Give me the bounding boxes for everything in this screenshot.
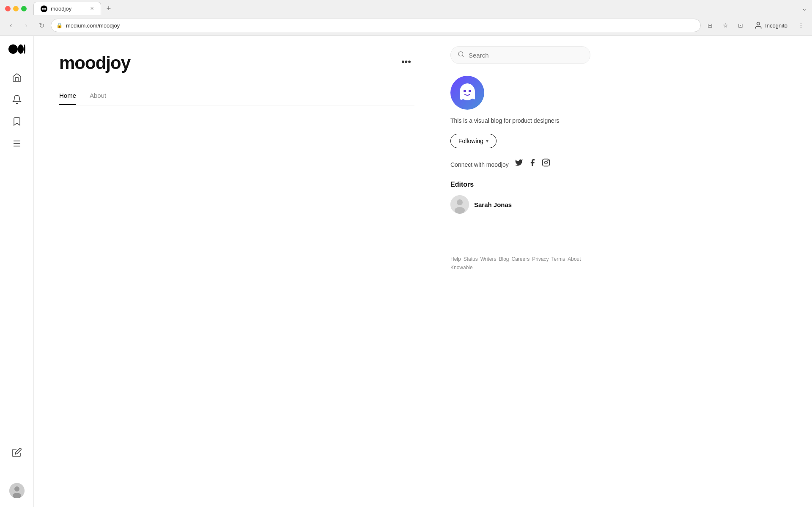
tab-home[interactable]: Home: [59, 87, 76, 105]
more-options-icon[interactable]: ⋮: [795, 19, 807, 31]
tab-list-button[interactable]: ⌄: [802, 5, 807, 12]
footer-blog[interactable]: Blog: [499, 256, 509, 262]
svg-point-17: [464, 90, 466, 92]
publication-avatar: [450, 76, 484, 110]
footer-status[interactable]: Status: [464, 256, 478, 262]
svg-point-11: [14, 486, 19, 491]
maximize-window-button[interactable]: [21, 6, 27, 11]
following-label: Following: [458, 138, 483, 144]
sidebar-item-notifications[interactable]: [7, 89, 27, 110]
profile-title: moodjoy: [59, 53, 130, 73]
svg-point-6: [24, 44, 25, 54]
footer-about[interactable]: About: [568, 256, 581, 262]
forward-button[interactable]: ›: [20, 19, 32, 31]
left-sidebar: [0, 36, 34, 507]
cast-icon[interactable]: ⊟: [704, 19, 716, 31]
incognito-button[interactable]: Incognito: [750, 19, 792, 31]
sidebar-item-home[interactable]: [7, 67, 27, 88]
connect-section: Connect with moodjoy: [450, 158, 590, 169]
page-layout: moodjoy ••• Home About: [0, 36, 812, 507]
svg-rect-19: [543, 159, 550, 166]
main-content: moodjoy ••• Home About: [34, 36, 440, 507]
tab-about[interactable]: About: [90, 87, 106, 105]
twitter-link[interactable]: [515, 158, 523, 169]
svg-point-5: [18, 44, 24, 54]
tab-search-icon[interactable]: ⊡: [735, 19, 746, 31]
svg-point-3: [757, 22, 760, 25]
footer-links: Help Status Writers Blog Careers Privacy…: [450, 256, 590, 271]
footer-privacy[interactable]: Privacy: [532, 256, 549, 262]
close-window-button[interactable]: [5, 6, 11, 11]
sidebar-footer: Help Status Writers Blog Careers Privacy…: [450, 239, 590, 271]
editors-title: Editors: [450, 181, 590, 188]
editor-avatar: [450, 195, 469, 214]
publication-description: This is a visual blog for product design…: [450, 116, 590, 125]
bookmark-star-icon[interactable]: ☆: [719, 19, 731, 31]
search-icon: [458, 51, 464, 59]
search-bar[interactable]: [450, 46, 590, 64]
editors-section: Editors Sarah Jonas: [450, 181, 590, 214]
facebook-link[interactable]: [528, 158, 537, 169]
sidebar-item-lists[interactable]: [7, 133, 27, 154]
svg-point-4: [8, 44, 18, 54]
svg-point-2: [44, 8, 46, 10]
svg-point-13: [458, 52, 463, 56]
tab-bar: moodjoy ✕ +: [33, 2, 798, 15]
url-bar-area: ‹ › ↻ 🔒 medium.com/moodjoy ⊟ ☆ ⊡ Incogni…: [0, 17, 812, 36]
medium-logo[interactable]: [8, 44, 25, 55]
footer-help[interactable]: Help: [450, 256, 461, 262]
profile-tabs: Home About: [59, 87, 414, 105]
tab-favicon: [41, 6, 47, 12]
svg-point-23: [457, 199, 463, 205]
more-options-button[interactable]: •••: [398, 53, 414, 71]
minimize-window-button[interactable]: [13, 6, 19, 11]
sidebar-item-bookmarks[interactable]: [7, 111, 27, 132]
instagram-link[interactable]: [542, 158, 550, 169]
content-area: [59, 119, 414, 288]
svg-line-14: [462, 55, 464, 57]
sidebar-divider: [11, 437, 23, 437]
footer-terms[interactable]: Terms: [551, 256, 565, 262]
new-tab-button[interactable]: +: [103, 3, 115, 14]
sidebar-item-write[interactable]: [7, 442, 27, 463]
connect-label: Connect with moodjoy: [450, 161, 509, 168]
window-controls[interactable]: [5, 6, 27, 11]
tab-close-button[interactable]: ✕: [90, 6, 94, 11]
chevron-down-icon: ▾: [486, 138, 488, 144]
address-bar[interactable]: 🔒 medium.com/moodjoy: [51, 19, 701, 32]
profile-header: moodjoy •••: [59, 53, 414, 73]
footer-careers[interactable]: Careers: [512, 256, 530, 262]
social-links: [515, 158, 550, 169]
browser-chrome: moodjoy ✕ + ⌄ ‹ › ↻ 🔒 medium.com/moodjoy…: [0, 0, 812, 36]
svg-point-21: [548, 160, 549, 161]
browser-tab[interactable]: moodjoy ✕: [33, 2, 101, 15]
svg-point-1: [42, 8, 44, 10]
svg-point-0: [41, 6, 47, 12]
editor-item[interactable]: Sarah Jonas: [450, 195, 590, 214]
svg-point-18: [469, 90, 471, 92]
svg-point-24: [455, 207, 465, 214]
search-input[interactable]: [469, 52, 583, 59]
svg-point-20: [545, 161, 548, 164]
tab-title: moodjoy: [51, 6, 71, 12]
following-button[interactable]: Following ▾: [450, 134, 497, 148]
back-button[interactable]: ‹: [5, 19, 17, 31]
user-avatar[interactable]: [9, 483, 25, 498]
incognito-label: Incognito: [765, 22, 787, 29]
right-sidebar: This is a visual blog for product design…: [440, 36, 601, 507]
footer-knowable[interactable]: Knowable: [450, 265, 473, 271]
url-text: medium.com/moodjoy: [66, 22, 120, 29]
editor-name: Sarah Jonas: [474, 201, 512, 208]
footer-writers[interactable]: Writers: [480, 256, 497, 262]
security-lock-icon: 🔒: [56, 22, 63, 28]
reload-button[interactable]: ↻: [36, 19, 47, 31]
